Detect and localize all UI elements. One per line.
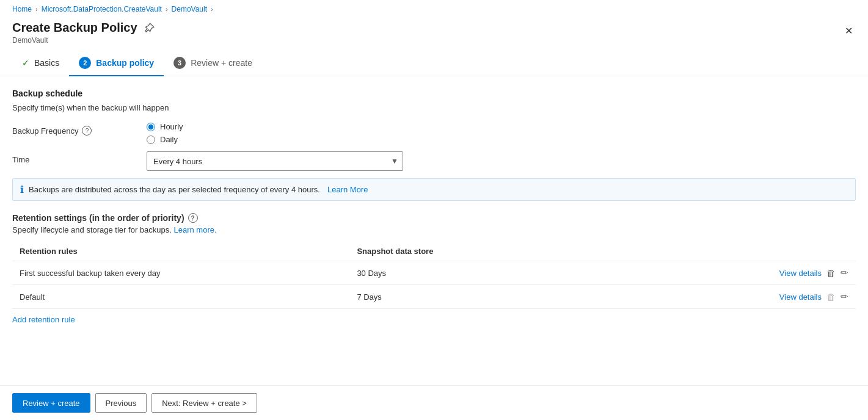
backup-frequency-control: Hourly Daily (147, 122, 856, 144)
rule1-snapshot: 30 Days (349, 261, 560, 285)
rule2-delete-icon: 🗑 (826, 292, 836, 302)
main-content: Backup schedule Specify time(s) when the… (0, 89, 868, 336)
rule2-edit-icon[interactable]: ✏ (841, 291, 848, 302)
frequency-daily-radio[interactable] (147, 136, 155, 144)
footer: Review + create Previous Next: Review + … (0, 385, 868, 420)
info-bar: ℹ Backups are distributed across the day… (12, 178, 856, 201)
time-row: Time Every 4 hours Every 6 hours Every 8… (12, 151, 856, 171)
rule2-snapshot: 7 Days (349, 285, 560, 309)
info-learn-more-link[interactable]: Learn More (327, 185, 368, 194)
tab-basics-label: Basics (34, 58, 59, 68)
page-container: Home › Microsoft.DataProtection.CreateVa… (0, 0, 868, 420)
retention-section: Retention settings (in the order of prio… (12, 213, 856, 324)
rule1-actions-group: View details 🗑 ✏ (568, 267, 848, 278)
add-retention-rule-link[interactable]: Add retention rule (12, 315, 75, 324)
pin-icon[interactable] (144, 23, 155, 34)
breadcrumb-home[interactable]: Home (12, 5, 32, 13)
tab-review-create-label: Review + create (191, 58, 252, 68)
table-row: Default 7 Days View details 🗑 ✏ (12, 285, 856, 309)
previous-button[interactable]: Previous (95, 393, 147, 413)
time-select-wrapper: Every 4 hours Every 6 hours Every 8 hour… (147, 151, 403, 171)
time-control: Every 4 hours Every 6 hours Every 8 hour… (147, 151, 856, 171)
breadcrumb-demovault[interactable]: DemoVault (172, 5, 207, 13)
retention-table-header-row: Retention rules Snapshot data store (12, 242, 856, 261)
tab-backup-policy-num: 2 (79, 57, 91, 69)
retention-table: Retention rules Snapshot data store Firs… (12, 242, 856, 309)
rule2-actions: View details 🗑 ✏ (561, 285, 856, 309)
frequency-radio-group: Hourly Daily (147, 122, 856, 144)
col-actions-header (561, 242, 856, 261)
backup-schedule-title: Backup schedule (12, 89, 856, 98)
rule2-actions-group: View details 🗑 ✏ (568, 291, 848, 302)
tab-review-create-num: 3 (173, 57, 186, 69)
backup-schedule-desc: Specify time(s) when the backup will hap… (12, 103, 856, 112)
backup-frequency-label: Backup Frequency ? (12, 122, 147, 136)
tabs-container: ✓ Basics 2 Backup policy 3 Review + crea… (0, 51, 868, 76)
retention-desc: Specify lifecycle and storage tier for b… (12, 225, 856, 234)
frequency-hourly-option[interactable]: Hourly (147, 122, 856, 131)
page-subtitle: DemoVault (0, 36, 868, 51)
time-select[interactable]: Every 4 hours Every 6 hours Every 8 hour… (147, 151, 403, 171)
backup-frequency-row: Backup Frequency ? Hourly Daily (12, 122, 856, 144)
breadcrumb-vault-create[interactable]: Microsoft.DataProtection.CreateVault (42, 5, 162, 13)
rule2-view-details-link[interactable]: View details (779, 292, 822, 302)
frequency-daily-option[interactable]: Daily (147, 135, 856, 144)
col-retention-rules: Retention rules (12, 242, 349, 261)
frequency-hourly-radio[interactable] (147, 123, 155, 131)
page-header: Create Backup Policy ✕ (0, 18, 868, 36)
rule1-view-details-link[interactable]: View details (779, 269, 822, 278)
frequency-daily-label: Daily (160, 135, 178, 144)
review-create-button[interactable]: Review + create (12, 393, 90, 413)
rule1-delete-icon[interactable]: 🗑 (826, 268, 836, 278)
tab-backup-policy[interactable]: 2 Backup policy (69, 51, 164, 76)
tab-basics[interactable]: ✓ Basics (12, 52, 69, 75)
backup-frequency-help-icon[interactable]: ? (82, 126, 92, 136)
breadcrumb: Home › Microsoft.DataProtection.CreateVa… (0, 0, 868, 18)
retention-learn-more-link[interactable]: Learn more. (173, 225, 216, 234)
rule1-edit-icon[interactable]: ✏ (841, 267, 848, 278)
retention-help-icon[interactable]: ? (188, 213, 198, 223)
time-label: Time (12, 151, 147, 164)
retention-title: Retention settings (in the order of prio… (12, 213, 856, 223)
info-text: Backups are distributed across the day a… (29, 185, 320, 194)
retention-table-body: First successful backup taken every day … (12, 261, 856, 309)
rule1-name: First successful backup taken every day (12, 261, 349, 285)
page-title: Create Backup Policy (12, 21, 137, 35)
retention-table-head: Retention rules Snapshot data store (12, 242, 856, 261)
rule2-name: Default (12, 285, 349, 309)
col-snapshot-datastore: Snapshot data store (349, 242, 560, 261)
close-button[interactable]: ✕ (841, 23, 856, 38)
tab-backup-policy-label: Backup policy (96, 58, 154, 68)
next-button[interactable]: Next: Review + create > (151, 393, 257, 413)
info-icon: ℹ (20, 184, 24, 195)
rule1-actions: View details 🗑 ✏ (561, 261, 856, 285)
tab-review-create[interactable]: 3 Review + create (164, 51, 262, 76)
frequency-hourly-label: Hourly (160, 122, 183, 131)
table-row: First successful backup taken every day … (12, 261, 856, 285)
